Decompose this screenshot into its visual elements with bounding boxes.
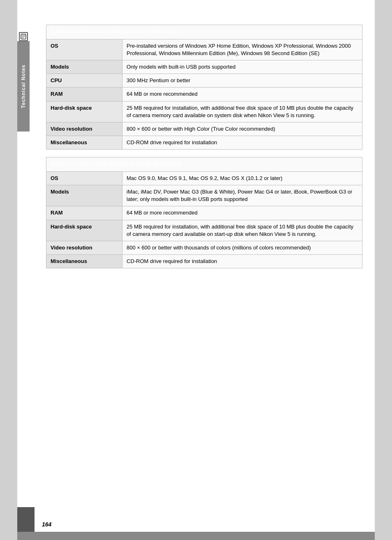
page: Technical Notes System requirements (Nik… xyxy=(17,0,375,540)
row-value: 800 × 600 or better with High Color (Tru… xyxy=(122,122,362,136)
row-label: Hard-disk space xyxy=(46,101,122,122)
sidebar-tab: Technical Notes xyxy=(17,41,30,132)
main-content: System requirements (Nikon View 5): Wind… xyxy=(46,25,362,268)
row-label: Miscellaneous xyxy=(46,255,122,268)
row-label: OS xyxy=(46,39,122,60)
row-value: 25 MB required for installation, with ad… xyxy=(122,220,362,241)
mac-requirements-table: System requirements (Nikon View 5): Maci… xyxy=(46,157,362,268)
table-row: Hard-disk space 25 MB required for insta… xyxy=(46,220,362,241)
table-row: OS Pre-installed versions of Windows XP … xyxy=(46,39,362,60)
row-label: RAM xyxy=(46,88,122,101)
row-value: Pre-installed versions of Windows XP Hom… xyxy=(122,39,362,60)
bottom-dark-box xyxy=(17,507,35,532)
table-row: CPU 300 MHz Pentium or better xyxy=(46,74,362,88)
row-value: 25 MB required for installation, with ad… xyxy=(122,101,362,122)
row-label: Video resolution xyxy=(46,122,122,136)
row-value: 64 MB or more recommended xyxy=(122,206,362,220)
row-label: Models xyxy=(46,185,122,206)
row-label: Miscellaneous xyxy=(46,136,122,150)
row-label: CPU xyxy=(46,74,122,88)
row-value: CD-ROM drive required for installation xyxy=(122,255,362,268)
table-row: Hard-disk space 25 MB required for insta… xyxy=(46,101,362,122)
page-number: 164 xyxy=(42,521,51,528)
table-row: Miscellaneous CD-ROM drive required for … xyxy=(46,136,362,150)
table-row: Miscellaneous CD-ROM drive required for … xyxy=(46,255,362,268)
row-label: Models xyxy=(46,60,122,74)
sidebar-tab-label: Technical Notes xyxy=(21,65,26,108)
row-label: Hard-disk space xyxy=(46,220,122,241)
row-value: Only models with built-in USB ports supp… xyxy=(122,60,362,74)
mac-table-header: System requirements (Nikon View 5): Maci… xyxy=(46,157,362,172)
row-value: CD-ROM drive required for installation xyxy=(122,136,362,150)
row-label: OS xyxy=(46,171,122,185)
table-row: RAM 64 MB or more recommended xyxy=(46,88,362,101)
row-label: Video resolution xyxy=(46,241,122,255)
row-label: RAM xyxy=(46,206,122,220)
table-row: Models iMac, iMac DV, Power Mac G3 (Blue… xyxy=(46,185,362,206)
windows-table-header: System requirements (Nikon View 5): Wind… xyxy=(46,25,362,39)
table-row: Video resolution 800 × 600 or better wit… xyxy=(46,122,362,136)
row-value: 64 MB or more recommended xyxy=(122,88,362,101)
table-row: Models Only models with built-in USB por… xyxy=(46,60,362,74)
row-value: iMac, iMac DV, Power Mac G3 (Blue & Whit… xyxy=(122,185,362,206)
windows-requirements-table: System requirements (Nikon View 5): Wind… xyxy=(46,25,362,150)
table-row: RAM 64 MB or more recommended xyxy=(46,206,362,220)
table-row: Video resolution 800 × 600 or better wit… xyxy=(46,241,362,255)
table-row: OS Mac OS 9.0, Mac OS 9.1, Mac OS 9.2, M… xyxy=(46,171,362,185)
row-value: 300 MHz Pentium or better xyxy=(122,74,362,88)
bottom-bar xyxy=(17,532,375,540)
row-value: 800 × 600 or better with thousands of co… xyxy=(122,241,362,255)
technical-notes-icon xyxy=(19,32,28,41)
row-value: Mac OS 9.0, Mac OS 9.1, Mac OS 9.2, Mac … xyxy=(122,171,362,185)
